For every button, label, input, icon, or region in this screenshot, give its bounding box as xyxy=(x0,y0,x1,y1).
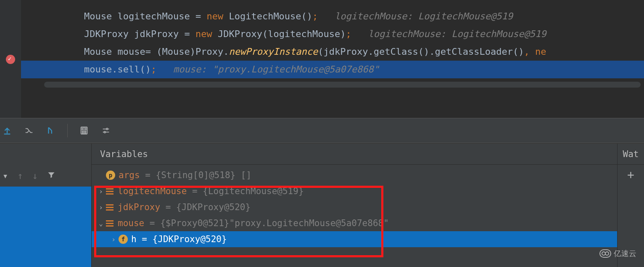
horizontal-scrollbar[interactable] xyxy=(44,82,641,88)
code-line: Mouse mouse= (Mouse)Proxy.newProxyInstan… xyxy=(21,43,644,61)
debug-panel: ▾ ↑ ↓ Variables p args = {String[0]@518}… xyxy=(0,143,644,267)
frames-column: ▾ ↑ ↓ xyxy=(0,144,92,267)
var-name: jdkProxy xyxy=(118,202,160,212)
var-name: logitechMouse xyxy=(118,186,187,196)
settings-icon[interactable] xyxy=(100,125,111,136)
variable-row-logitechmouse[interactable]: › logitechMouse = {LogitechMouse@519} xyxy=(92,183,617,199)
breakpoint-icon[interactable] xyxy=(6,55,15,64)
var-value: {LogitechMouse@519} xyxy=(203,186,304,196)
calculator-icon[interactable] xyxy=(79,125,90,136)
svg-point-3 xyxy=(84,131,84,132)
expand-icon[interactable]: › xyxy=(96,187,106,195)
var-value: {String[0]@518} [] xyxy=(156,170,252,180)
dropdown-icon[interactable]: ▾ xyxy=(3,171,8,181)
svg-point-8 xyxy=(106,128,108,130)
svg-point-7 xyxy=(85,133,86,134)
svg-point-2 xyxy=(82,131,83,132)
upload-icon[interactable] xyxy=(2,125,13,136)
variables-header: Variables xyxy=(92,144,617,165)
arrow-down-icon[interactable]: ↓ xyxy=(32,171,38,181)
svg-point-6 xyxy=(84,133,84,134)
param-badge-icon: p xyxy=(106,171,115,180)
svg-point-4 xyxy=(85,131,86,132)
variables-body: p args = {String[0]@518} [] › logitechMo… xyxy=(92,165,617,267)
add-watch-button[interactable]: + xyxy=(618,165,644,185)
watches-header: Wat xyxy=(618,144,644,165)
variables-column: Variables p args = {String[0]@518} [] › … xyxy=(92,144,617,267)
var-value: {JDKProxy@520} xyxy=(153,234,227,244)
shuffle-icon[interactable] xyxy=(24,125,34,136)
variable-row-args[interactable]: p args = {String[0]@518} [] xyxy=(92,167,617,183)
watermark-text: 亿速云 xyxy=(614,248,636,259)
frames-tools: ▾ ↑ ↓ xyxy=(0,165,91,187)
var-value: {JDKProxy@520} xyxy=(176,202,251,212)
var-name: args xyxy=(119,170,140,180)
editor-gutter xyxy=(0,0,21,118)
svg-rect-1 xyxy=(82,128,86,130)
arrow-up-icon[interactable]: ↑ xyxy=(17,171,23,181)
collapse-icon[interactable]: ⌄ xyxy=(96,219,106,227)
editor-area: Mouse logitechMouse = new LogitechMouse(… xyxy=(0,0,644,118)
watermark: 亿速云 xyxy=(599,248,636,259)
goto-icon[interactable] xyxy=(45,125,56,136)
expand-icon[interactable]: › xyxy=(96,203,106,211)
debug-toolbar xyxy=(0,118,644,143)
var-value: {$Proxy0@521} xyxy=(160,218,229,228)
expand-icon[interactable]: › xyxy=(108,235,119,243)
code-line: JDKProxy jdkProxy = new JDKProxy(logitec… xyxy=(21,25,644,43)
variable-row-h[interactable]: › f h = {JDKProxy@520} xyxy=(92,231,617,247)
frames-header xyxy=(0,144,91,165)
var-name: h xyxy=(131,234,137,244)
frame-selected[interactable] xyxy=(0,187,91,267)
field-badge-icon: f xyxy=(119,235,128,244)
svg-point-5 xyxy=(82,133,83,134)
object-icon xyxy=(106,220,113,227)
variable-row-mouse[interactable]: ⌄ mouse = {$Proxy0@521} "proxy.LogitechM… xyxy=(92,215,617,231)
object-icon xyxy=(106,188,113,195)
var-string: "proxy.LogitechMouse@5a07e868" xyxy=(230,218,389,228)
code-line: Mouse logitechMouse = new LogitechMouse(… xyxy=(21,8,644,25)
toolbar-separator xyxy=(67,124,68,137)
variable-row-jdkproxy[interactable]: › jdkProxy = {JDKProxy@520} xyxy=(92,199,617,215)
code-editor[interactable]: Mouse logitechMouse = new LogitechMouse(… xyxy=(21,0,644,118)
object-icon xyxy=(106,204,113,211)
watches-label: Wat xyxy=(623,149,639,159)
code-line-current: mouse.sell(); mouse: "proxy.LogitechMous… xyxy=(21,61,644,78)
var-name: mouse xyxy=(118,218,144,228)
watermark-icon xyxy=(599,249,611,258)
filter-icon[interactable] xyxy=(47,171,55,181)
svg-point-9 xyxy=(104,131,106,133)
ide-root: Mouse logitechMouse = new LogitechMouse(… xyxy=(0,0,644,267)
variables-label: Variables xyxy=(100,149,148,159)
